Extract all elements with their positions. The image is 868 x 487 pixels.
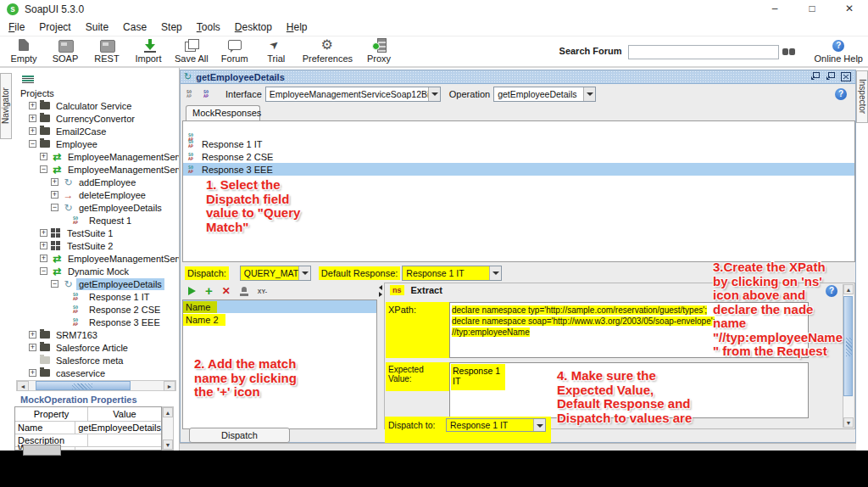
tree-expander[interactable]: + — [40, 153, 47, 160]
tree-expander[interactable]: − — [51, 204, 58, 211]
scroll-up-icon[interactable]: ▲ — [163, 407, 173, 417]
tree-item[interactable]: +TestSuite 1 — [13, 227, 179, 239]
soap-glyph-icon[interactable]: SOAP — [203, 90, 214, 98]
tree-item[interactable]: SOAPResponse 2 CSE — [13, 303, 179, 316]
match-row[interactable]: Name — [183, 300, 376, 313]
run-icon[interactable] — [188, 287, 196, 295]
toolbar-button-saveall[interactable]: Save All — [175, 38, 209, 64]
toolbar-button-proxy[interactable]: Proxy — [364, 38, 394, 64]
dispatch-dropdown[interactable]: QUERY_MATCH — [240, 266, 311, 281]
scrollbar-thumb[interactable] — [843, 296, 853, 396]
toolbar-button-import[interactable]: Import — [133, 38, 164, 64]
tree-expander[interactable]: − — [51, 280, 58, 288]
close-frame-icon[interactable] — [841, 72, 851, 81]
tree-item[interactable]: −Employee — [13, 137, 179, 150]
menu-case[interactable]: Case — [123, 21, 147, 33]
tree-expander[interactable]: + — [29, 369, 36, 377]
tree-expander[interactable]: + — [29, 127, 36, 135]
property-row[interactable]: NamegetEmployeeDetails — [15, 421, 161, 434]
menu-project[interactable]: Project — [39, 21, 70, 33]
toolbar-button-trial[interactable]: Trial — [261, 38, 292, 64]
tree-item[interactable]: +⇄EmployeeManagementServiceSoap1 — [13, 252, 179, 265]
ns-declare-icon[interactable]: ns — [390, 285, 404, 295]
tree-item[interactable]: +⇄EmployeeManagementServiceSoap1 — [13, 150, 179, 163]
tree-expander[interactable]: − — [40, 267, 47, 275]
tree-expander[interactable]: + — [40, 255, 47, 262]
operation-dropdown[interactable]: getEmployeeDetails — [493, 87, 596, 102]
tree-item[interactable]: +caseservice — [13, 367, 179, 379]
property-value-cell[interactable] — [88, 434, 161, 446]
menu-suite[interactable]: Suite — [86, 21, 108, 33]
close-button[interactable]: ✕ — [831, 0, 868, 19]
tree-expander[interactable]: + — [51, 178, 58, 186]
search-binoculars-icon[interactable] — [782, 47, 796, 57]
tree-item[interactable]: +Salesforce Article — [13, 341, 179, 354]
scroll-left-icon[interactable]: ◄ — [17, 381, 29, 391]
tree-item[interactable]: +↻addEmployee — [13, 176, 179, 188]
tab-mockresponses[interactable]: MockResponses — [186, 105, 260, 121]
delete-match-icon[interactable]: ✕ — [222, 285, 231, 297]
toolbar-button-rest[interactable]: REST — [92, 38, 122, 64]
extract-vertical-scrollbar[interactable]: ▲ ▼ — [843, 284, 854, 428]
collapse-left-icon[interactable] — [379, 285, 382, 290]
properties-scrollbar[interactable]: ▲ ▼ — [162, 406, 174, 451]
mock-response-row[interactable]: SOAPResponse 3 EEE — [183, 163, 854, 176]
dispatch-to-dropdown[interactable]: Response 1 IT — [446, 418, 546, 432]
toolbar-button-forum[interactable]: Forum — [220, 38, 250, 64]
scrollbar-track[interactable] — [29, 381, 164, 390]
stamp-icon[interactable] — [240, 287, 248, 296]
tree-expander[interactable]: + — [29, 102, 36, 109]
tree-item[interactable]: +Calculator Service — [13, 99, 179, 112]
tree-expander[interactable]: + — [40, 229, 47, 237]
soap-glyph-icon[interactable]: SOAP — [186, 90, 198, 98]
match-row[interactable]: Name 2 — [183, 313, 376, 326]
mock-response-row[interactable]: SOAPResponse 1 IT — [183, 137, 854, 150]
tree-item[interactable]: +SRM7163 — [13, 328, 179, 341]
tree-item[interactable]: +CurrencyConvertor — [13, 112, 179, 125]
tree-expander[interactable]: − — [29, 140, 36, 148]
tree-expander[interactable]: + — [40, 242, 47, 249]
mock-response-row[interactable]: SOAPResponse 2 CSE — [183, 150, 854, 163]
minimize-frame-icon[interactable] — [826, 72, 835, 81]
navigator-horizontal-scrollbar[interactable]: ◄ ► — [16, 380, 176, 391]
inspector-tab[interactable]: Inspector — [856, 70, 868, 123]
chevron-down-icon[interactable] — [533, 419, 545, 431]
panel-splitter[interactable] — [377, 283, 384, 429]
tree-item[interactable]: +Email2Case — [13, 125, 179, 137]
tree-item[interactable]: +→deleteEmployee — [13, 188, 179, 201]
tree-item[interactable]: SOAPResponse 1 IT — [13, 290, 179, 303]
scrollbar-track[interactable] — [843, 294, 854, 417]
menu-tools[interactable]: Tools — [197, 21, 220, 33]
tree-item[interactable]: SOAPResponse 3 EEE — [13, 316, 179, 328]
tree-expander[interactable]: + — [29, 344, 36, 351]
toolbar-button-pref[interactable]: Preferences — [303, 38, 353, 64]
tree-item[interactable]: −↻getEmployeeDetails — [13, 201, 179, 214]
online-help-button[interactable]: ? Online Help — [815, 39, 863, 64]
scroll-up-icon[interactable]: ▲ — [843, 284, 854, 294]
help-icon[interactable]: ? — [835, 88, 847, 100]
mockoperation-titlebar[interactable]: ↻ getEmployeeDetails — [181, 70, 855, 84]
minimize-button[interactable]: – — [756, 0, 793, 19]
menu-step[interactable]: Step — [161, 21, 182, 33]
menu-file[interactable]: File — [8, 21, 25, 33]
tree-item[interactable]: Salesforce meta — [13, 354, 179, 367]
property-value-cell[interactable]: getEmployeeDetails — [75, 422, 161, 434]
tree-expander[interactable]: − — [40, 165, 47, 173]
chevron-down-icon[interactable] — [428, 87, 440, 101]
search-forum-input[interactable] — [628, 45, 779, 59]
tree-item[interactable]: SOAPRequest 1 — [13, 214, 179, 227]
tree-item[interactable]: +TestSuite 2 — [13, 239, 179, 252]
menu-help[interactable]: Help — [287, 21, 308, 33]
scrollbar-thumb[interactable] — [36, 381, 131, 390]
tree-item[interactable]: Projects — [13, 87, 179, 99]
tree-view-icon[interactable] — [22, 76, 34, 84]
tree-item[interactable]: −↻getEmployeeDetails — [13, 277, 179, 290]
scroll-down-icon[interactable]: ▼ — [843, 417, 854, 428]
toolbar-button-soap[interactable]: SOAP — [50, 38, 81, 64]
menu-desktop[interactable]: Desktop — [235, 21, 272, 33]
add-match-icon[interactable]: + — [205, 285, 213, 297]
tree-expander[interactable]: + — [51, 191, 58, 199]
default-response-dropdown[interactable]: Response 1 IT — [402, 266, 502, 281]
tree-item[interactable]: −⇄EmployeeManagementServiceSoap1 — [13, 163, 179, 176]
extract-xy-icon[interactable]: XY- — [258, 288, 267, 294]
